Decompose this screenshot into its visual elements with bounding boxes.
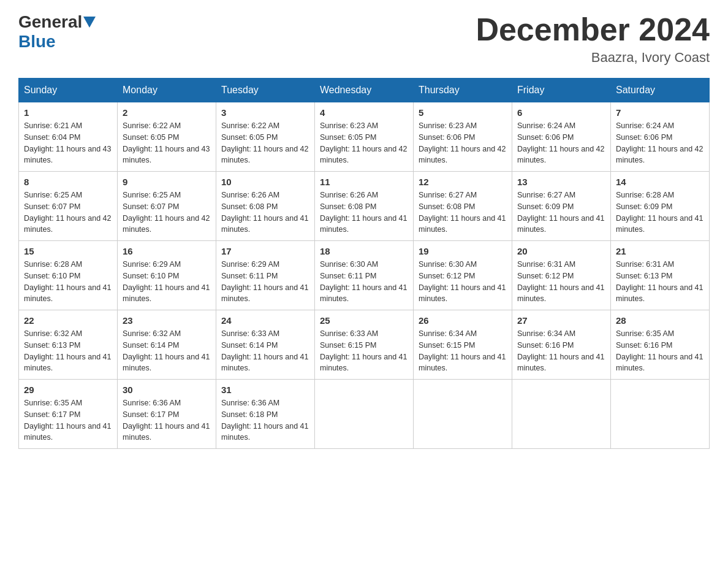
day-number: 28 (616, 315, 704, 326)
calendar-cell: 6Sunrise: 6:24 AMSunset: 6:06 PMDaylight… (512, 102, 611, 172)
day-number: 11 (320, 177, 408, 187)
day-number: 9 (123, 177, 211, 187)
calendar-cell: 8Sunrise: 6:25 AMSunset: 6:07 PMDaylight… (19, 172, 118, 241)
weekday-header-sunday: Sunday (19, 79, 118, 102)
month-title: December 2024 (476, 12, 710, 47)
day-info: Sunrise: 6:29 AMSunset: 6:10 PMDaylight:… (123, 259, 211, 305)
title-section: December 2024 Baazra, Ivory Coast (476, 12, 710, 66)
calendar-cell: 14Sunrise: 6:28 AMSunset: 6:09 PMDayligh… (611, 172, 710, 241)
day-number: 31 (221, 385, 309, 395)
location-text: Baazra, Ivory Coast (476, 50, 710, 66)
calendar-cell: 2Sunrise: 6:22 AMSunset: 6:05 PMDaylight… (118, 102, 216, 172)
logo-triangle-icon (83, 17, 96, 28)
day-number: 1 (24, 107, 112, 118)
day-info: Sunrise: 6:33 AMSunset: 6:15 PMDaylight:… (320, 328, 408, 374)
day-info: Sunrise: 6:22 AMSunset: 6:05 PMDaylight:… (123, 120, 211, 166)
calendar-cell: 15Sunrise: 6:28 AMSunset: 6:10 PMDayligh… (19, 241, 118, 310)
day-number: 20 (517, 246, 605, 256)
day-number: 15 (24, 246, 112, 256)
calendar-cell: 18Sunrise: 6:30 AMSunset: 6:11 PMDayligh… (315, 241, 414, 310)
calendar-cell: 31Sunrise: 6:36 AMSunset: 6:18 PMDayligh… (216, 380, 315, 449)
day-info: Sunrise: 6:35 AMSunset: 6:16 PMDaylight:… (616, 328, 704, 374)
calendar-cell: 9Sunrise: 6:25 AMSunset: 6:07 PMDaylight… (118, 172, 216, 241)
day-number: 7 (616, 107, 704, 118)
day-info: Sunrise: 6:36 AMSunset: 6:17 PMDaylight:… (123, 397, 211, 443)
day-number: 23 (123, 315, 211, 326)
calendar-week-3: 15Sunrise: 6:28 AMSunset: 6:10 PMDayligh… (19, 241, 710, 310)
calendar-week-5: 29Sunrise: 6:35 AMSunset: 6:17 PMDayligh… (19, 380, 710, 449)
day-number: 22 (24, 315, 112, 326)
day-number: 3 (221, 107, 309, 118)
day-info: Sunrise: 6:21 AMSunset: 6:04 PMDaylight:… (24, 120, 112, 166)
weekday-header-row: SundayMondayTuesdayWednesdayThursdayFrid… (19, 79, 710, 102)
calendar-cell: 20Sunrise: 6:31 AMSunset: 6:12 PMDayligh… (512, 241, 611, 310)
day-info: Sunrise: 6:32 AMSunset: 6:14 PMDaylight:… (123, 328, 211, 374)
day-info: Sunrise: 6:23 AMSunset: 6:06 PMDaylight:… (419, 120, 507, 166)
calendar-cell: 7Sunrise: 6:24 AMSunset: 6:06 PMDaylight… (611, 102, 710, 172)
day-info: Sunrise: 6:35 AMSunset: 6:17 PMDaylight:… (24, 397, 112, 443)
day-info: Sunrise: 6:30 AMSunset: 6:11 PMDaylight:… (320, 259, 408, 305)
weekday-header-saturday: Saturday (611, 79, 710, 102)
day-info: Sunrise: 6:27 AMSunset: 6:08 PMDaylight:… (419, 190, 507, 236)
day-number: 4 (320, 107, 408, 118)
day-info: Sunrise: 6:32 AMSunset: 6:13 PMDaylight:… (24, 328, 112, 374)
logo: General Blue (18, 12, 97, 52)
calendar-cell: 21Sunrise: 6:31 AMSunset: 6:13 PMDayligh… (611, 241, 710, 310)
day-number: 12 (419, 177, 507, 187)
calendar-cell: 25Sunrise: 6:33 AMSunset: 6:15 PMDayligh… (315, 310, 414, 380)
day-info: Sunrise: 6:28 AMSunset: 6:10 PMDaylight:… (24, 259, 112, 305)
logo-general-text: General (18, 12, 82, 32)
weekday-header-tuesday: Tuesday (216, 79, 315, 102)
calendar-cell (414, 380, 512, 449)
calendar-cell: 26Sunrise: 6:34 AMSunset: 6:15 PMDayligh… (414, 310, 512, 380)
day-number: 29 (24, 385, 112, 395)
day-number: 21 (616, 246, 704, 256)
day-info: Sunrise: 6:26 AMSunset: 6:08 PMDaylight:… (221, 190, 309, 236)
day-info: Sunrise: 6:22 AMSunset: 6:05 PMDaylight:… (221, 120, 309, 166)
day-number: 14 (616, 177, 704, 187)
day-info: Sunrise: 6:31 AMSunset: 6:13 PMDaylight:… (616, 259, 704, 305)
day-number: 16 (123, 246, 211, 256)
day-info: Sunrise: 6:30 AMSunset: 6:12 PMDaylight:… (419, 259, 507, 305)
day-number: 25 (320, 315, 408, 326)
day-number: 18 (320, 246, 408, 256)
calendar-cell (315, 380, 414, 449)
calendar-cell: 16Sunrise: 6:29 AMSunset: 6:10 PMDayligh… (118, 241, 216, 310)
calendar-cell: 17Sunrise: 6:29 AMSunset: 6:11 PMDayligh… (216, 241, 315, 310)
day-info: Sunrise: 6:36 AMSunset: 6:18 PMDaylight:… (221, 397, 309, 443)
day-number: 30 (123, 385, 211, 395)
calendar-cell: 12Sunrise: 6:27 AMSunset: 6:08 PMDayligh… (414, 172, 512, 241)
day-info: Sunrise: 6:31 AMSunset: 6:12 PMDaylight:… (517, 259, 605, 305)
day-info: Sunrise: 6:24 AMSunset: 6:06 PMDaylight:… (616, 120, 704, 166)
calendar-cell: 3Sunrise: 6:22 AMSunset: 6:05 PMDaylight… (216, 102, 315, 172)
day-info: Sunrise: 6:34 AMSunset: 6:16 PMDaylight:… (517, 328, 605, 374)
day-number: 19 (419, 246, 507, 256)
day-info: Sunrise: 6:34 AMSunset: 6:15 PMDaylight:… (419, 328, 507, 374)
day-info: Sunrise: 6:25 AMSunset: 6:07 PMDaylight:… (123, 190, 211, 236)
calendar-cell: 28Sunrise: 6:35 AMSunset: 6:16 PMDayligh… (611, 310, 710, 380)
day-info: Sunrise: 6:33 AMSunset: 6:14 PMDaylight:… (221, 328, 309, 374)
day-number: 13 (517, 177, 605, 187)
weekday-header-thursday: Thursday (414, 79, 512, 102)
calendar-cell: 13Sunrise: 6:27 AMSunset: 6:09 PMDayligh… (512, 172, 611, 241)
calendar-cell: 11Sunrise: 6:26 AMSunset: 6:08 PMDayligh… (315, 172, 414, 241)
page-header: General Blue December 2024 Baazra, Ivory… (18, 12, 710, 66)
day-info: Sunrise: 6:23 AMSunset: 6:05 PMDaylight:… (320, 120, 408, 166)
logo-blue-text: Blue (18, 32, 56, 52)
weekday-header-wednesday: Wednesday (315, 79, 414, 102)
calendar-cell: 30Sunrise: 6:36 AMSunset: 6:17 PMDayligh… (118, 380, 216, 449)
calendar-cell: 1Sunrise: 6:21 AMSunset: 6:04 PMDaylight… (19, 102, 118, 172)
day-info: Sunrise: 6:28 AMSunset: 6:09 PMDaylight:… (616, 190, 704, 236)
calendar-cell: 27Sunrise: 6:34 AMSunset: 6:16 PMDayligh… (512, 310, 611, 380)
calendar-cell: 5Sunrise: 6:23 AMSunset: 6:06 PMDaylight… (414, 102, 512, 172)
calendar-cell: 24Sunrise: 6:33 AMSunset: 6:14 PMDayligh… (216, 310, 315, 380)
calendar-cell: 19Sunrise: 6:30 AMSunset: 6:12 PMDayligh… (414, 241, 512, 310)
day-info: Sunrise: 6:27 AMSunset: 6:09 PMDaylight:… (517, 190, 605, 236)
day-number: 17 (221, 246, 309, 256)
weekday-header-friday: Friday (512, 79, 611, 102)
day-info: Sunrise: 6:29 AMSunset: 6:11 PMDaylight:… (221, 259, 309, 305)
calendar-week-4: 22Sunrise: 6:32 AMSunset: 6:13 PMDayligh… (19, 310, 710, 380)
calendar-week-1: 1Sunrise: 6:21 AMSunset: 6:04 PMDaylight… (19, 102, 710, 172)
calendar-cell (512, 380, 611, 449)
calendar-cell (611, 380, 710, 449)
